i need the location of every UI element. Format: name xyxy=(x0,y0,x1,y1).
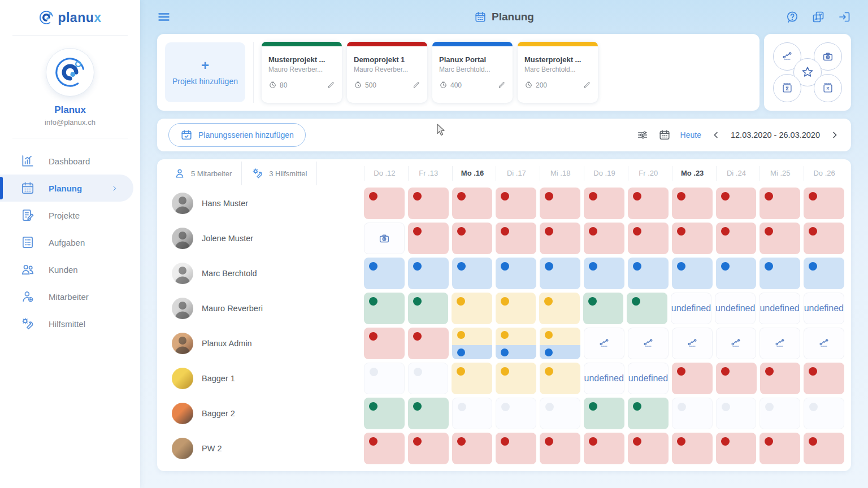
schedule-cell[interactable] xyxy=(716,223,757,254)
schedule-cell[interactable] xyxy=(672,188,713,219)
schedule-cell[interactable] xyxy=(716,398,757,429)
profile-avatar[interactable] xyxy=(46,48,94,97)
schedule-cell[interactable] xyxy=(804,328,844,359)
member-cell[interactable]: Mauro Reverberi xyxy=(164,298,361,319)
date-range-label[interactable]: 12.03.2020 - 26.03.2020 xyxy=(731,130,820,140)
schedule-cell[interactable] xyxy=(628,328,669,359)
schedule-cell[interactable] xyxy=(584,398,624,429)
schedule-cell[interactable] xyxy=(804,188,844,219)
schedule-cell[interactable] xyxy=(364,258,405,289)
chevron-left-icon[interactable] xyxy=(711,130,721,140)
sidebar-item-dashboard[interactable]: Dashboard xyxy=(0,147,140,175)
schedule-cell[interactable] xyxy=(716,363,757,394)
schedule-cell[interactable]: undefined xyxy=(628,363,669,394)
schedule-cell[interactable] xyxy=(583,293,624,324)
schedule-cell[interactable] xyxy=(628,398,669,429)
sidebar-item-mitarbeiter[interactable]: Mitarbeiter xyxy=(0,283,140,310)
schedule-cell[interactable] xyxy=(628,188,669,219)
calendar-icon[interactable] xyxy=(658,129,671,141)
chevron-right-icon[interactable] xyxy=(830,130,840,140)
schedule-cell[interactable] xyxy=(716,258,757,289)
edit-project-icon[interactable] xyxy=(327,81,335,89)
today-button[interactable]: Heute xyxy=(680,130,701,140)
schedule-cell[interactable] xyxy=(672,433,713,464)
grid-tab-hilfsmittel[interactable]: 3 Hilfsmittel xyxy=(242,162,317,185)
schedule-cell[interactable] xyxy=(496,363,536,394)
schedule-cell[interactable] xyxy=(760,433,800,464)
schedule-cell[interactable] xyxy=(539,293,580,324)
help-icon[interactable] xyxy=(785,10,799,24)
quick-action-calendar-x-icon[interactable] xyxy=(814,74,842,102)
sidebar-item-planung[interactable]: Planung xyxy=(0,175,133,202)
schedule-cell[interactable] xyxy=(760,188,800,219)
schedule-cell[interactable] xyxy=(408,188,449,219)
schedule-cell[interactable]: undefined xyxy=(804,293,844,324)
edit-project-icon[interactable] xyxy=(497,81,506,89)
schedule-cell[interactable] xyxy=(540,328,580,359)
schedule-cell[interactable] xyxy=(364,363,405,394)
schedule-cell[interactable] xyxy=(408,293,449,324)
schedule-cell[interactable] xyxy=(364,188,405,219)
schedule-cell[interactable] xyxy=(584,223,624,254)
schedule-cell[interactable] xyxy=(672,223,713,254)
schedule-cell[interactable] xyxy=(452,398,493,429)
schedule-cell[interactable] xyxy=(540,363,580,394)
schedule-cell[interactable] xyxy=(408,223,449,254)
schedule-cell[interactable] xyxy=(672,328,713,359)
schedule-cell[interactable] xyxy=(452,258,493,289)
schedule-cell[interactable] xyxy=(760,223,800,254)
schedule-cell[interactable] xyxy=(628,433,669,464)
quick-action-calendar-hourglass-icon[interactable] xyxy=(773,74,801,102)
schedule-cell[interactable]: undefined xyxy=(671,293,711,324)
schedule-cell[interactable] xyxy=(540,433,580,464)
schedule-cell[interactable] xyxy=(804,398,844,429)
schedule-cell[interactable] xyxy=(496,258,536,289)
schedule-cell[interactable] xyxy=(760,328,800,359)
schedule-cell[interactable] xyxy=(584,258,624,289)
schedule-cell[interactable] xyxy=(364,223,405,254)
schedule-cell[interactable] xyxy=(672,363,713,394)
member-cell[interactable]: Planux Admin xyxy=(164,333,361,354)
schedule-cell[interactable] xyxy=(804,363,844,394)
schedule-cell[interactable] xyxy=(452,188,493,219)
member-cell[interactable]: Bagger 1 xyxy=(164,368,361,389)
sidebar-item-hilfsmittel[interactable]: Hilfsmittel xyxy=(0,310,140,337)
schedule-cell[interactable] xyxy=(408,398,449,429)
edit-project-icon[interactable] xyxy=(583,81,591,89)
schedule-cell[interactable] xyxy=(496,398,536,429)
sidebar-item-projekte[interactable]: Projekte xyxy=(0,202,140,229)
schedule-cell[interactable] xyxy=(408,433,449,464)
schedule-cell[interactable] xyxy=(760,398,800,429)
schedule-cell[interactable] xyxy=(452,223,493,254)
schedule-cell[interactable] xyxy=(452,433,493,464)
project-card[interactable]: Planux Portal Marc Berchtold... 400 xyxy=(432,42,513,103)
schedule-cell[interactable] xyxy=(584,188,624,219)
schedule-cell[interactable] xyxy=(408,363,449,394)
schedule-cell[interactable] xyxy=(496,223,536,254)
grid-tab-mitarbeiter[interactable]: 5 Mitarbeiter xyxy=(164,162,242,185)
add-planning-series-button[interactable]: Planungsserien hinzufügen xyxy=(168,123,306,147)
schedule-cell[interactable] xyxy=(496,293,536,324)
logout-icon[interactable] xyxy=(837,10,851,24)
schedule-cell[interactable] xyxy=(540,258,580,289)
member-cell[interactable]: PW 2 xyxy=(164,438,361,459)
schedule-cell[interactable] xyxy=(496,328,536,359)
schedule-cell[interactable] xyxy=(760,363,801,394)
member-cell[interactable]: Jolene Muster xyxy=(164,228,361,249)
schedule-cell[interactable] xyxy=(364,328,405,359)
schedule-cell[interactable] xyxy=(804,223,844,254)
member-cell[interactable]: Marc Berchtold xyxy=(164,263,361,284)
hamburger-menu-icon[interactable] xyxy=(157,10,171,24)
schedule-cell[interactable] xyxy=(452,293,492,324)
schedule-cell[interactable] xyxy=(364,398,405,429)
schedule-cell[interactable] xyxy=(628,258,669,289)
schedule-cell[interactable] xyxy=(804,433,844,464)
schedule-cell[interactable] xyxy=(540,398,580,429)
schedule-cell[interactable] xyxy=(364,293,405,324)
schedule-cell[interactable]: undefined xyxy=(584,363,624,394)
member-cell[interactable]: Bagger 2 xyxy=(164,403,361,424)
schedule-cell[interactable] xyxy=(408,328,449,359)
schedule-cell[interactable] xyxy=(672,398,713,429)
schedule-cell[interactable] xyxy=(716,188,757,219)
schedule-cell[interactable] xyxy=(760,258,800,289)
